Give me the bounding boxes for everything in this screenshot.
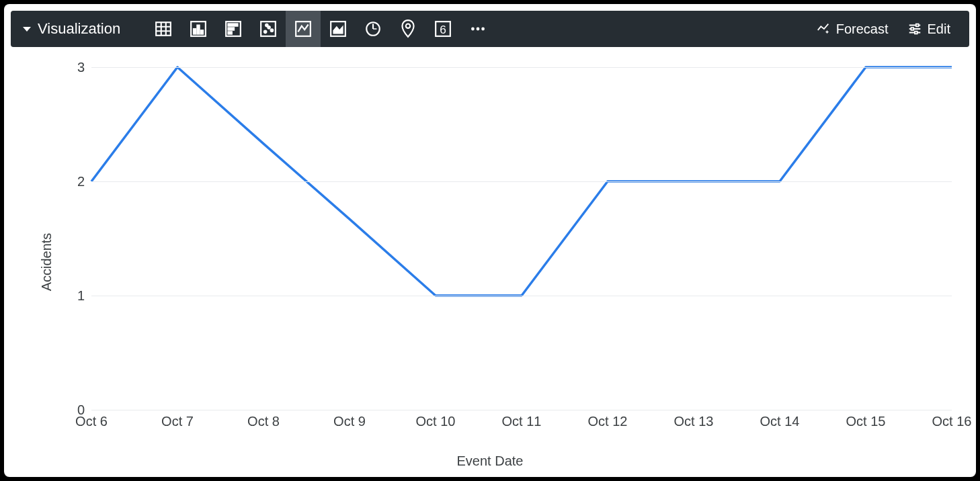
x-tick-label: Oct 9 xyxy=(333,414,366,429)
more-icon[interactable] xyxy=(460,11,495,47)
y-axis-title: Accidents xyxy=(39,233,54,292)
gridline xyxy=(91,67,952,68)
chart-area: Accidents Event Date Oct 6Oct 7Oct 8Oct … xyxy=(4,47,976,477)
x-tick-label: Oct 8 xyxy=(247,414,280,429)
svg-rect-10 xyxy=(229,24,238,26)
y-tick-label: 2 xyxy=(71,174,91,189)
x-axis-title: Event Date xyxy=(457,453,524,469)
svg-rect-7 xyxy=(198,26,200,34)
y-tick-label: 1 xyxy=(71,288,91,304)
x-tick-label: Oct 10 xyxy=(416,414,456,429)
svg-rect-33 xyxy=(915,24,918,27)
caret-down-icon xyxy=(23,27,31,32)
gridline xyxy=(91,181,952,182)
x-tick-label: Oct 13 xyxy=(674,414,714,429)
sparkle-icon xyxy=(816,21,831,36)
svg-rect-11 xyxy=(229,28,235,30)
horizontal-bar-icon[interactable] xyxy=(216,11,251,47)
line-chart-icon[interactable] xyxy=(286,11,321,47)
visualization-toolbar: Visualization xyxy=(11,11,969,47)
svg-rect-6 xyxy=(194,29,196,34)
svg-point-17 xyxy=(266,24,268,26)
x-tick-label: Oct 15 xyxy=(846,414,886,429)
visualization-type-icons: 6 xyxy=(146,11,495,47)
svg-point-24 xyxy=(406,24,410,28)
svg-point-15 xyxy=(268,26,270,28)
forecast-button[interactable]: Forecast xyxy=(809,17,895,41)
svg-rect-0 xyxy=(156,22,171,36)
x-tick-label: Oct 7 xyxy=(161,414,194,429)
forecast-label: Forecast xyxy=(836,21,889,37)
line-series xyxy=(91,67,952,410)
y-tick-label: 3 xyxy=(71,60,91,75)
scatter-icon[interactable] xyxy=(251,11,286,47)
panel-title: Visualization xyxy=(38,20,120,38)
visualization-toggle[interactable]: Visualization xyxy=(23,20,140,38)
svg-point-16 xyxy=(271,29,273,31)
sliders-icon xyxy=(907,21,922,36)
visualization-panel: Visualization xyxy=(4,4,976,477)
gridline xyxy=(91,296,952,296)
svg-point-14 xyxy=(264,31,266,33)
svg-marker-20 xyxy=(333,26,343,34)
table-icon[interactable] xyxy=(146,11,181,47)
svg-rect-35 xyxy=(915,32,917,34)
svg-rect-12 xyxy=(229,32,232,34)
x-tick-label: Oct 12 xyxy=(588,414,628,429)
svg-point-28 xyxy=(477,28,480,31)
y-tick-label: 0 xyxy=(71,402,91,418)
gauge-icon[interactable] xyxy=(356,11,391,47)
bar-chart-icon[interactable] xyxy=(181,11,216,47)
edit-label: Edit xyxy=(928,21,950,37)
area-chart-icon[interactable] xyxy=(321,11,356,47)
svg-point-27 xyxy=(471,28,475,31)
map-pin-icon[interactable] xyxy=(391,11,425,47)
svg-text:6: 6 xyxy=(440,23,446,36)
x-tick-label: Oct 14 xyxy=(760,414,800,429)
svg-point-29 xyxy=(481,28,485,31)
x-axis-ticks: Oct 6Oct 7Oct 8Oct 9Oct 10Oct 11Oct 12Oc… xyxy=(91,410,952,437)
gridline xyxy=(91,410,952,410)
x-tick-label: Oct 11 xyxy=(502,414,542,429)
single-value-icon[interactable]: 6 xyxy=(425,11,460,47)
svg-rect-34 xyxy=(911,28,913,30)
x-tick-label: Oct 16 xyxy=(932,414,972,429)
plot-region[interactable]: Oct 6Oct 7Oct 8Oct 9Oct 10Oct 11Oct 12Oc… xyxy=(91,67,952,410)
edit-button[interactable]: Edit xyxy=(901,17,957,41)
svg-rect-8 xyxy=(201,30,203,34)
